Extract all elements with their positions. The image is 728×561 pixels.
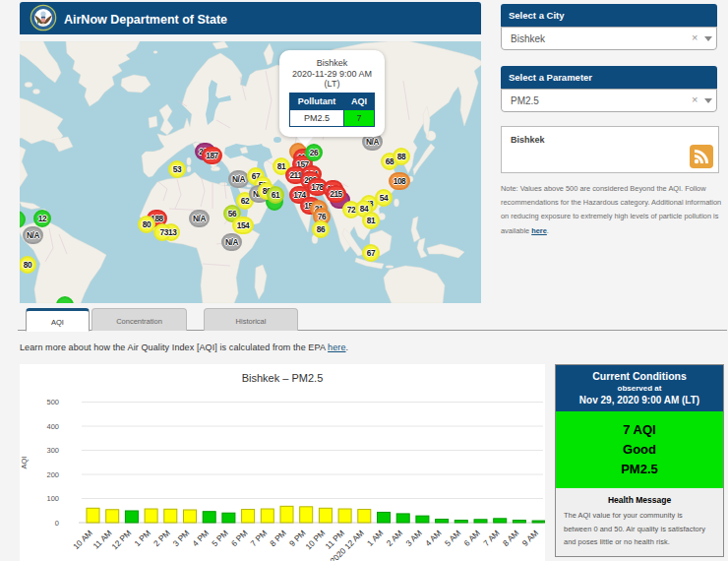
svg-text:4 AM: 4 AM xyxy=(423,528,444,548)
svg-text:300: 300 xyxy=(46,446,59,455)
svg-text:1 PM: 1 PM xyxy=(132,528,152,548)
svg-text:100: 100 xyxy=(46,494,59,503)
svg-text:1 AM: 1 AM xyxy=(365,528,386,548)
svg-text:6 AM: 6 AM xyxy=(461,528,482,548)
svg-text:5 AM: 5 AM xyxy=(443,528,463,548)
svg-text:AQI: AQI xyxy=(20,457,29,469)
svg-text:200: 200 xyxy=(46,470,59,479)
svg-text:11 AM: 11 AM xyxy=(91,528,113,550)
svg-text:9 AM: 9 AM xyxy=(520,528,541,548)
svg-text:3 AM: 3 AM xyxy=(403,528,424,548)
svg-text:3 PM: 3 PM xyxy=(171,528,192,548)
svg-text:500: 500 xyxy=(46,398,59,406)
svg-text:2 AM: 2 AM xyxy=(385,528,405,548)
svg-text:8 AM: 8 AM xyxy=(501,528,521,548)
svg-text:10 PM: 10 PM xyxy=(303,528,327,551)
svg-text:2 PM: 2 PM xyxy=(152,528,172,548)
svg-text:7 AM: 7 AM xyxy=(481,528,502,548)
svg-text:10 AM: 10 AM xyxy=(71,528,94,551)
svg-text:12 PM: 12 PM xyxy=(109,528,133,551)
svg-text:5 PM: 5 PM xyxy=(210,528,230,548)
svg-text:6 PM: 6 PM xyxy=(229,528,250,548)
svg-text:4 PM: 4 PM xyxy=(190,528,211,548)
svg-text:7 PM: 7 PM xyxy=(248,528,269,548)
svg-text:8 PM: 8 PM xyxy=(268,528,288,548)
svg-text:400: 400 xyxy=(46,422,59,431)
svg-text:0: 0 xyxy=(55,519,59,528)
